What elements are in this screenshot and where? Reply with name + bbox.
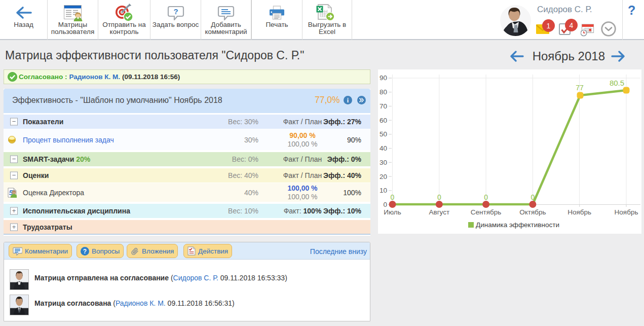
- svg-text:30: 30: [380, 159, 387, 166]
- svg-text:0: 0: [531, 193, 535, 201]
- svg-text:77: 77: [576, 84, 584, 92]
- svg-text:Август: Август: [429, 208, 449, 216]
- svg-text:Июль: Июль: [384, 208, 401, 216]
- svg-text:4: 4: [570, 21, 574, 29]
- svg-text:Сентябрь: Сентябрь: [471, 208, 501, 216]
- svg-text:10: 10: [380, 187, 387, 194]
- svg-text:20: 20: [380, 173, 387, 180]
- svg-text:Динамика эффективности: Динамика эффективности: [476, 221, 559, 229]
- svg-text:60: 60: [380, 117, 387, 124]
- svg-text:80.5: 80.5: [610, 79, 624, 87]
- svg-text:1: 1: [547, 22, 551, 30]
- svg-text:Ноябрь: Ноябрь: [615, 208, 638, 216]
- svg-text:80: 80: [380, 88, 387, 96]
- svg-text:0: 0: [391, 193, 395, 201]
- svg-text:Ноябрь: Ноябрь: [567, 208, 591, 216]
- svg-text:?: ?: [83, 248, 87, 255]
- svg-text:Октябрь: Октябрь: [519, 208, 546, 216]
- svg-text:70: 70: [380, 102, 387, 110]
- svg-text:90: 90: [380, 74, 387, 82]
- svg-text:0: 0: [484, 193, 488, 201]
- svg-text:0: 0: [437, 193, 441, 201]
- svg-text:0: 0: [383, 201, 387, 208]
- svg-text:50: 50: [380, 130, 387, 138]
- svg-text:?: ?: [173, 7, 178, 16]
- svg-text:40: 40: [380, 144, 387, 152]
